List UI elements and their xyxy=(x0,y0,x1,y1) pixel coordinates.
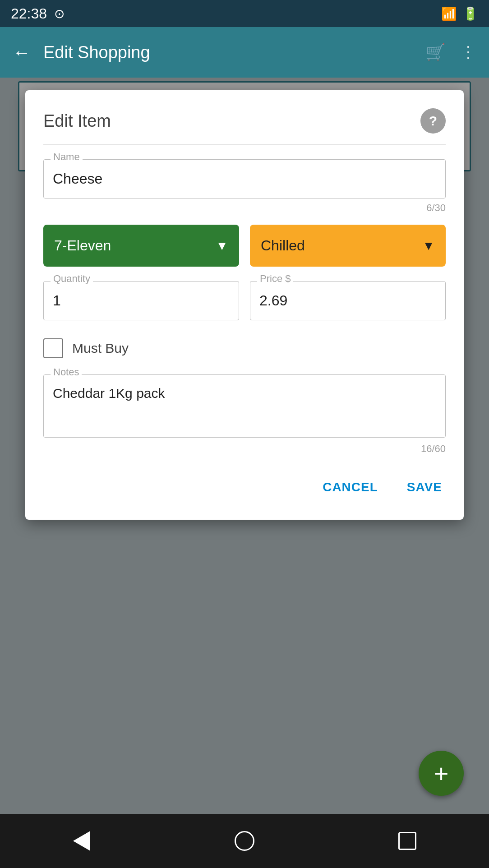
edit-item-dialog: Edit Item ? Name 6/30 7-Eleven ▼ Chilled… xyxy=(25,90,464,520)
quantity-label: Quantity xyxy=(51,273,93,285)
store-label: 7-Eleven xyxy=(54,237,111,254)
quantity-input[interactable] xyxy=(43,281,239,320)
cancel-button[interactable]: CANCEL xyxy=(319,473,382,502)
store-dropdown[interactable]: 7-Eleven ▼ xyxy=(43,225,239,267)
battery-icon: 🔋 xyxy=(462,6,478,21)
category-dropdown[interactable]: Chilled ▼ xyxy=(250,225,446,267)
more-options-icon[interactable]: ⋮ xyxy=(460,43,476,62)
status-time: 22:38 xyxy=(11,5,47,22)
home-circle-icon xyxy=(235,831,254,851)
name-input[interactable] xyxy=(43,159,446,199)
cart-icon[interactable]: 🛒 xyxy=(425,43,446,62)
notes-input[interactable] xyxy=(43,374,446,438)
back-triangle-icon xyxy=(73,831,90,851)
status-bar-left: 22:38 ⊙ xyxy=(11,5,65,22)
must-buy-row: Must Buy xyxy=(43,338,446,358)
store-dropdown-arrow: ▼ xyxy=(216,239,228,253)
price-input[interactable] xyxy=(250,281,446,320)
app-title: Edit Shopping xyxy=(43,43,413,62)
fab-add-button[interactable]: + xyxy=(419,751,464,796)
dialog-title: Edit Item xyxy=(43,111,111,131)
name-label: Name xyxy=(51,151,83,163)
bottom-nav xyxy=(0,814,489,868)
signal-icon: ⊙ xyxy=(54,6,65,21)
save-button[interactable]: SAVE xyxy=(403,473,446,502)
status-bar: 22:38 ⊙ 📶 🔋 xyxy=(0,0,489,27)
app-bar-icons: 🛒 ⋮ xyxy=(425,43,476,62)
help-button[interactable]: ? xyxy=(420,108,446,134)
qty-price-row: Quantity Price $ xyxy=(43,281,446,324)
category-label: Chilled xyxy=(261,237,305,254)
status-bar-right: 📶 🔋 xyxy=(441,6,478,21)
signal-strength-icon: 📶 xyxy=(441,6,457,21)
fab-add-icon: + xyxy=(434,759,449,788)
notes-field-wrapper: Notes xyxy=(43,374,446,439)
dropdowns-row: 7-Eleven ▼ Chilled ▼ xyxy=(43,225,446,267)
nav-back-button[interactable] xyxy=(68,827,95,854)
notes-char-count: 16/60 xyxy=(43,443,446,455)
nav-recent-button[interactable] xyxy=(394,827,421,854)
category-dropdown-arrow: ▼ xyxy=(422,239,435,253)
name-field-wrapper: Name xyxy=(43,159,446,199)
must-buy-label: Must Buy xyxy=(72,341,129,356)
back-button[interactable]: ← xyxy=(13,42,31,63)
notes-label: Notes xyxy=(51,366,82,378)
quantity-field-wrapper: Quantity xyxy=(43,281,239,320)
dialog-actions: CANCEL SAVE xyxy=(43,473,446,502)
nav-home-button[interactable] xyxy=(231,827,258,854)
app-bar: ← Edit Shopping 🛒 ⋮ xyxy=(0,27,489,78)
recent-square-icon xyxy=(398,832,416,850)
price-field-wrapper: Price $ xyxy=(250,281,446,320)
price-label: Price $ xyxy=(257,273,293,285)
dialog-header: Edit Item ? xyxy=(43,108,446,145)
name-char-count: 6/30 xyxy=(43,202,446,214)
must-buy-checkbox[interactable] xyxy=(43,338,63,358)
